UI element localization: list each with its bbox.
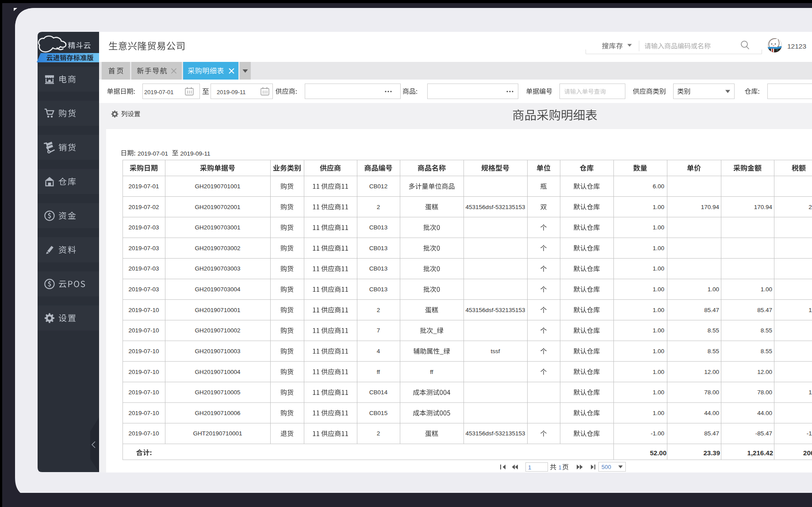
svg-text:GH20190710001: GH20190710001 bbox=[195, 307, 241, 313]
svg-text:GHT20190710001: GHT20190710001 bbox=[193, 430, 242, 437]
svg-text:78.00: 78.00 bbox=[757, 389, 772, 396]
svg-text:GH20190710002: GH20190710002 bbox=[195, 327, 241, 334]
svg-text:1.00: 1.00 bbox=[653, 204, 664, 210]
svg-text:CB013: CB013 bbox=[369, 286, 387, 293]
svg-text:2019-07-01: 2019-07-01 bbox=[138, 150, 168, 157]
svg-text:2019-09-11: 2019-09-11 bbox=[217, 89, 246, 95]
svg-text:12.00: 12.00 bbox=[757, 369, 772, 375]
svg-text:CB014: CB014 bbox=[369, 389, 388, 396]
svg-text:8.55: 8.55 bbox=[708, 348, 719, 355]
svg-text:GH20190710005: GH20190710005 bbox=[195, 389, 241, 396]
svg-text:8.55: 8.55 bbox=[761, 348, 772, 355]
svg-text:1.00: 1.00 bbox=[653, 245, 664, 252]
svg-text:453156dsf-532135153: 453156dsf-532135153 bbox=[465, 430, 525, 437]
svg-text:1: 1 bbox=[559, 464, 562, 471]
svg-text:85.47: 85.47 bbox=[704, 430, 719, 437]
svg-text:2019-07-01: 2019-07-01 bbox=[144, 89, 174, 95]
svg-text:1,216.42: 1,216.42 bbox=[747, 449, 773, 457]
svg-text:1.00: 1.00 bbox=[653, 369, 664, 375]
svg-text:2019-07-10: 2019-07-10 bbox=[128, 348, 159, 355]
svg-text:1.00: 1.00 bbox=[653, 327, 664, 334]
svg-text:1.00: 1.00 bbox=[653, 286, 664, 293]
svg-text:8.55: 8.55 bbox=[708, 327, 719, 334]
svg-text:1.00: 1.00 bbox=[653, 410, 664, 416]
svg-text:1.00: 1.00 bbox=[653, 348, 664, 355]
svg-text:2019-07-10: 2019-07-10 bbox=[128, 369, 159, 375]
svg-text:2019-07-03: 2019-07-03 bbox=[128, 245, 159, 252]
svg-text:7: 7 bbox=[377, 327, 380, 334]
svg-text:2: 2 bbox=[377, 307, 380, 313]
svg-text:2019-07-10: 2019-07-10 bbox=[128, 327, 159, 334]
svg-text:453156dsf-532135153: 453156dsf-532135153 bbox=[465, 204, 525, 210]
svg-text:2: 2 bbox=[377, 430, 380, 437]
svg-text:-10.68: -10.68 bbox=[807, 430, 812, 437]
svg-text:GH20190703003: GH20190703003 bbox=[195, 265, 241, 272]
svg-text:10.14: 10.14 bbox=[808, 389, 812, 396]
svg-text:21.36: 21.36 bbox=[808, 204, 812, 210]
svg-text:tssf: tssf bbox=[490, 348, 500, 355]
svg-text:2019-07-02: 2019-07-02 bbox=[128, 204, 159, 210]
svg-text:GH20190710003: GH20190710003 bbox=[195, 348, 241, 355]
svg-text:2019-07-10: 2019-07-10 bbox=[128, 410, 159, 416]
svg-text:GH20190702001: GH20190702001 bbox=[195, 204, 241, 210]
svg-text:23.39: 23.39 bbox=[703, 449, 720, 457]
svg-text:1.00: 1.00 bbox=[653, 307, 664, 313]
svg-text:170.94: 170.94 bbox=[701, 204, 720, 210]
svg-text:-85.47: -85.47 bbox=[755, 430, 772, 437]
svg-text:1.00: 1.00 bbox=[653, 389, 664, 396]
svg-text:GH20190710004: GH20190710004 bbox=[195, 369, 241, 375]
svg-text:-1.00: -1.00 bbox=[651, 430, 664, 437]
svg-text:GH20190710006: GH20190710006 bbox=[195, 410, 241, 416]
svg-text:10.68: 10.68 bbox=[808, 307, 812, 313]
svg-text:206.34: 206.34 bbox=[803, 449, 812, 457]
svg-text:453156dsf-532135153: 453156dsf-532135153 bbox=[465, 307, 525, 313]
svg-text:CB013: CB013 bbox=[369, 245, 387, 252]
svg-text:1.00: 1.00 bbox=[708, 286, 719, 293]
svg-text:85.47: 85.47 bbox=[704, 307, 719, 313]
svg-text:2019-07-03: 2019-07-03 bbox=[128, 224, 159, 231]
svg-text:ff: ff bbox=[377, 369, 380, 375]
svg-text:CB013: CB013 bbox=[369, 265, 387, 272]
svg-text:78.00: 78.00 bbox=[704, 389, 719, 396]
svg-text:CB015: CB015 bbox=[369, 410, 387, 416]
svg-text:8.55: 8.55 bbox=[761, 327, 772, 334]
svg-text:2: 2 bbox=[377, 204, 380, 210]
svg-text:2019-07-10: 2019-07-10 bbox=[128, 430, 159, 437]
svg-text:ff: ff bbox=[430, 369, 433, 375]
svg-text:500: 500 bbox=[601, 464, 611, 470]
svg-text:2019-07-03: 2019-07-03 bbox=[128, 286, 159, 293]
svg-text:GH20190703004: GH20190703004 bbox=[195, 286, 241, 293]
svg-text:12123: 12123 bbox=[787, 42, 806, 50]
svg-text:44.00: 44.00 bbox=[704, 410, 719, 416]
svg-text:170.94: 170.94 bbox=[754, 204, 773, 210]
svg-text:85.47: 85.47 bbox=[757, 307, 772, 313]
svg-text:GH20190703001: GH20190703001 bbox=[195, 224, 241, 231]
svg-text:6.00: 6.00 bbox=[653, 183, 664, 190]
svg-text:52.00: 52.00 bbox=[650, 449, 666, 457]
svg-text:1.00: 1.00 bbox=[653, 265, 664, 272]
svg-text:44.00: 44.00 bbox=[757, 410, 772, 416]
svg-text:4: 4 bbox=[377, 348, 380, 355]
svg-text:GH20190703002: GH20190703002 bbox=[195, 245, 241, 252]
svg-text:CB012: CB012 bbox=[369, 183, 387, 190]
svg-text:12.00: 12.00 bbox=[704, 369, 719, 375]
svg-text:2019-07-10: 2019-07-10 bbox=[128, 389, 159, 396]
svg-text:CB013: CB013 bbox=[369, 224, 387, 231]
svg-text:2019-07-01: 2019-07-01 bbox=[128, 183, 159, 190]
svg-text:2019-07-10: 2019-07-10 bbox=[128, 307, 159, 313]
svg-text:2019-09-11: 2019-09-11 bbox=[180, 150, 211, 157]
svg-text:GH20190701001: GH20190701001 bbox=[195, 183, 241, 190]
svg-text:2019-07-03: 2019-07-03 bbox=[128, 265, 159, 272]
svg-text:1.00: 1.00 bbox=[653, 224, 664, 231]
svg-text:1: 1 bbox=[528, 464, 531, 471]
svg-text:1.00: 1.00 bbox=[761, 286, 772, 293]
